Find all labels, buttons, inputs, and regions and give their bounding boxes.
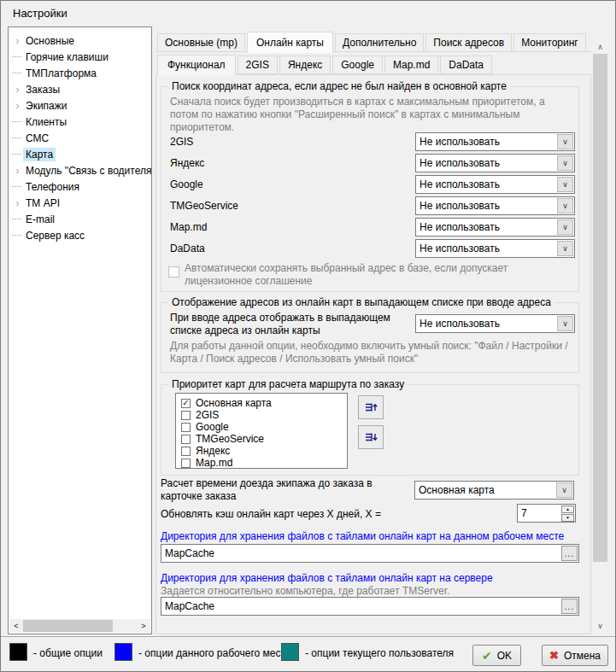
smart-search-hint: Для работы данной опции, необходимо вклю… bbox=[170, 340, 573, 365]
priority-item[interactable]: Google bbox=[179, 421, 344, 433]
tab-online-karty[interactable]: Онлайн карты bbox=[247, 32, 333, 53]
legend-user-label: - опции текущего пользователя bbox=[305, 647, 454, 659]
sidebar-item-klienty[interactable]: Клиенты bbox=[9, 114, 151, 130]
tab-funkcional[interactable]: Функционал bbox=[157, 55, 236, 75]
dir-local-field[interactable]: ... bbox=[161, 544, 579, 563]
dropdown-display-label: При вводе адреса отображать в выпадающем… bbox=[170, 312, 411, 337]
priority-item[interactable]: Map.md bbox=[179, 457, 344, 469]
unchecked-checkbox[interactable] bbox=[181, 423, 191, 432]
sidebar-item-modul-svyaz[interactable]: ›Модуль "Связь с водителя bbox=[9, 162, 151, 178]
sidebar-item-tm-api[interactable]: ›ТМ API bbox=[9, 195, 151, 211]
browse-icon[interactable]: ... bbox=[561, 546, 578, 561]
provider-combo-google[interactable]: Не использовать ∨ bbox=[415, 175, 575, 194]
vscroll-thumb[interactable] bbox=[593, 54, 607, 562]
tab-osnovnye-mp[interactable]: Основные (mp) bbox=[157, 33, 245, 52]
browse-icon[interactable]: ... bbox=[561, 599, 578, 614]
scroll-left-icon[interactable]: < bbox=[9, 619, 23, 633]
dir-server-input[interactable] bbox=[161, 600, 560, 612]
autosave-checkbox[interactable] bbox=[168, 266, 179, 278]
priority-item[interactable]: Яндекс bbox=[179, 445, 344, 457]
chevron-down-icon[interactable]: ∨ bbox=[557, 241, 573, 256]
tree-expander-icon[interactable]: › bbox=[12, 100, 23, 111]
group-title: Отображение адресов из онлайн карт в вып… bbox=[168, 296, 554, 308]
legend-common-swatch bbox=[9, 643, 27, 661]
address-display-group: Отображение адресов из онлайн карт в вып… bbox=[161, 302, 579, 373]
dir-server-field[interactable]: ... bbox=[161, 597, 579, 616]
ok-check-icon: ✔ bbox=[482, 649, 492, 663]
spin-down-icon[interactable]: ▼ bbox=[561, 514, 574, 522]
scroll-up-icon[interactable]: ∧ bbox=[593, 39, 607, 54]
sidebar-item-sms[interactable]: СМС bbox=[9, 130, 151, 146]
sidebar-item-email[interactable]: E-mail bbox=[9, 211, 151, 227]
tab-yandex[interactable]: Яндекс bbox=[279, 56, 331, 74]
tab-dopolnitelno[interactable]: Дополнительно bbox=[335, 33, 424, 52]
priority-listbox[interactable]: ✓Основная карта 2GIS Google TMGeoService… bbox=[175, 393, 348, 469]
tab-monitoring[interactable]: Мониторинг bbox=[513, 33, 586, 52]
window-title: Настройки bbox=[13, 7, 67, 20]
unchecked-checkbox[interactable] bbox=[181, 435, 191, 444]
cancel-button[interactable]: ✖ Отмена bbox=[542, 645, 608, 666]
tab-dadata[interactable]: DaData bbox=[440, 56, 492, 74]
scroll-right-icon[interactable]: > bbox=[137, 619, 150, 633]
tab-2gis[interactable]: 2GIS bbox=[238, 56, 278, 74]
sidebar-item-osnovnye[interactable]: ›Основные bbox=[9, 32, 151, 49]
sidebar-item-telefoniya[interactable]: Телефония bbox=[9, 178, 151, 195]
sidebar-item-karta[interactable]: Карта bbox=[9, 146, 151, 162]
dir-local-label: Директория для хранения файлов с тайлами… bbox=[161, 530, 564, 542]
provider-label-tmgeoservice: TMGeoService bbox=[170, 200, 238, 212]
chevron-down-icon[interactable]: ∨ bbox=[557, 198, 573, 213]
chevron-down-icon[interactable]: ∨ bbox=[557, 219, 573, 235]
hscroll-track[interactable] bbox=[23, 619, 137, 633]
legend-workstation-label: - опции данного рабочего места bbox=[138, 647, 290, 659]
unchecked-checkbox[interactable] bbox=[181, 447, 191, 456]
chevron-down-icon[interactable]: ∨ bbox=[557, 134, 573, 149]
tree-expander-icon[interactable]: › bbox=[12, 197, 23, 208]
tree-expander-icon[interactable]: › bbox=[12, 35, 23, 46]
cache-days-input[interactable] bbox=[518, 505, 557, 522]
scroll-down-icon[interactable]: ∨ bbox=[593, 618, 607, 633]
priority-item[interactable]: 2GIS bbox=[179, 409, 344, 421]
tab-mapmd[interactable]: Map.md bbox=[384, 56, 438, 74]
provider-combo-2gis[interactable]: Не использовать ∨ bbox=[415, 132, 575, 151]
sidebar-item-ekipazhi[interactable]: ›Экипажи bbox=[9, 97, 151, 114]
tree-expander-icon[interactable]: › bbox=[12, 165, 23, 176]
dropdown-display-combo[interactable]: Не использовать ∨ bbox=[415, 314, 575, 333]
checked-checkbox[interactable]: ✓ bbox=[181, 399, 191, 408]
provider-combo-tmgeoservice[interactable]: Не использовать ∨ bbox=[415, 196, 575, 215]
dir-local-input[interactable] bbox=[161, 547, 560, 559]
group-title: Поиск координат адреса, если адрес не бы… bbox=[168, 80, 510, 92]
provider-combo-dadata[interactable]: Не использовать ∨ bbox=[415, 239, 575, 258]
priority-item[interactable]: ✓Основная карта bbox=[179, 397, 344, 409]
tab-google[interactable]: Google bbox=[332, 56, 383, 74]
spin-up-icon[interactable]: ▲ bbox=[561, 505, 574, 513]
unchecked-checkbox[interactable] bbox=[181, 411, 191, 420]
chevron-down-icon[interactable]: ∨ bbox=[557, 155, 573, 171]
main-vertical-scrollbar[interactable]: ∧ ∨ bbox=[593, 39, 607, 633]
eta-combo[interactable]: Основная карта ∨ bbox=[414, 481, 574, 500]
hscroll-thumb[interactable] bbox=[23, 620, 113, 632]
provider-combo-yandex[interactable]: Не использовать ∨ bbox=[415, 154, 575, 172]
sidebar-item-server-kass[interactable]: Сервер касс bbox=[9, 227, 151, 243]
unchecked-checkbox[interactable] bbox=[181, 459, 191, 468]
tree-horizontal-scrollbar[interactable]: < > bbox=[9, 619, 150, 633]
settings-window: Настройки ›Основные Горячие клавиши ТМПл… bbox=[0, 0, 616, 672]
cache-days-spinner[interactable]: ▲ ▼ bbox=[517, 504, 576, 523]
group-title: Приоритет карт для расчета маршрута по з… bbox=[168, 378, 408, 390]
priority-item[interactable]: TMGeoService bbox=[179, 433, 344, 445]
move-down-button[interactable] bbox=[358, 425, 384, 449]
titlebar: Настройки bbox=[1, 1, 615, 26]
coord-search-group: Поиск координат адреса, если адрес не бы… bbox=[161, 86, 579, 292]
provider-combo-mapmd[interactable]: Не использовать ∨ bbox=[415, 218, 575, 237]
chevron-down-icon[interactable]: ∨ bbox=[557, 177, 573, 192]
tab-poisk-adresov[interactable]: Поиск адресов bbox=[425, 33, 512, 52]
vscroll-track[interactable] bbox=[593, 54, 607, 618]
sidebar-item-tmplatforma[interactable]: ТМПлатформа bbox=[9, 65, 151, 81]
tree-connector bbox=[12, 154, 21, 155]
chevron-down-icon[interactable]: ∨ bbox=[556, 482, 572, 498]
tree-expander-icon[interactable]: › bbox=[12, 84, 23, 95]
sidebar-item-zakazy[interactable]: ›Заказы bbox=[9, 81, 151, 97]
ok-button[interactable]: ✔ OK bbox=[472, 645, 521, 666]
chevron-down-icon[interactable]: ∨ bbox=[557, 316, 573, 331]
sidebar-item-goryachie-klavishi[interactable]: Горячие клавиши bbox=[9, 49, 151, 65]
move-up-button[interactable] bbox=[358, 395, 384, 419]
